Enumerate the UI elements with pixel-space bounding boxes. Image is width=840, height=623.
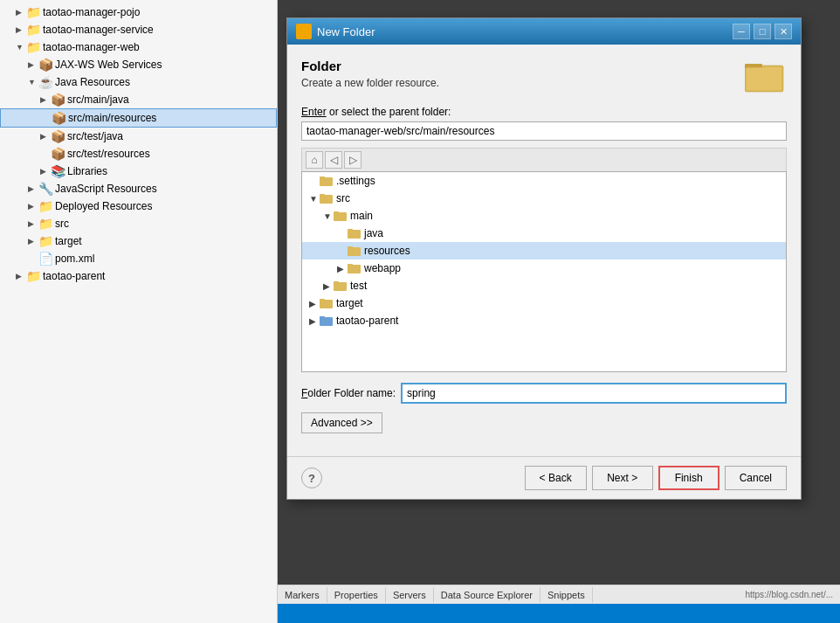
tree-arrow: ▶ (28, 202, 37, 211)
dialog-body: Folder Create a new folder resource. Ent… (287, 45, 801, 447)
left-tree-item[interactable]: ▶📁src (0, 215, 277, 232)
tree-item-label: src/test/resources (67, 148, 150, 160)
dialog-tree-item[interactable]: ▶ webapp (302, 260, 786, 277)
svg-rect-0 (299, 28, 309, 36)
dialog-tree-icon (348, 226, 361, 240)
dialog-tree-icon (320, 314, 334, 328)
back-button[interactable]: < Back (525, 466, 587, 490)
back-toolbar-btn[interactable]: ◁ (325, 151, 342, 169)
tree-item-label: src/main/resources (68, 112, 156, 124)
tree-arrow: ▼ (28, 78, 37, 87)
left-tree-item[interactable]: 📦src/main/resources (0, 108, 277, 128)
left-tree-item[interactable]: ▶📦JAX-WS Web Services (0, 56, 277, 73)
bottom-tab[interactable]: Data Source Explorer (434, 587, 540, 603)
tree-item-icon: 📚 (51, 164, 65, 178)
finish-button[interactable]: Finish (658, 466, 720, 490)
dialog-tree-item[interactable]: java (302, 225, 786, 242)
dialog-tree-icon (348, 261, 361, 275)
tree-arrow: ▶ (16, 25, 24, 34)
forward-toolbar-btn[interactable]: ▷ (344, 151, 361, 169)
folder-name-row: Folder Folder name: (301, 383, 787, 404)
left-tree-item[interactable]: ▶🔧JavaScript Resources (0, 180, 277, 197)
left-tree-item[interactable]: ▶📁Deployed Resources (0, 197, 277, 215)
folder-name-input[interactable] (401, 383, 787, 404)
svg-rect-20 (320, 300, 333, 308)
folder-name-label: Folder Folder name: (301, 387, 396, 399)
left-tree-item[interactable]: ▼📁taotao-manager-web (0, 38, 277, 56)
left-tree-item[interactable]: ▶📚Libraries (0, 163, 277, 180)
dialog-tree-label: webapp (364, 262, 401, 274)
svg-rect-6 (320, 177, 333, 186)
dialog-header-text: Folder Create a new folder resource. (301, 59, 439, 89)
tree-item-label: taotao-manager-web (43, 41, 140, 53)
dialog-tree-arrow: ▶ (323, 281, 334, 291)
url-label: https://blog.csdn.net/... (745, 590, 840, 599)
tree-item-label: src (55, 218, 69, 230)
left-tree-item[interactable]: ▶📁taotao-manager-service (0, 21, 277, 38)
tree-arrow: ▶ (28, 60, 37, 69)
svg-rect-1 (299, 27, 303, 29)
status-bar (278, 604, 840, 623)
svg-rect-19 (334, 281, 339, 283)
dialog-tree-icon (334, 279, 348, 293)
tree-item-icon: 📦 (52, 111, 65, 125)
bottom-tab[interactable]: Servers (386, 587, 434, 603)
tree-arrow: ▶ (40, 167, 49, 176)
maximize-button[interactable]: □ (754, 24, 771, 39)
left-tree-item[interactable]: ▶📦src/test/java (0, 128, 277, 145)
next-button[interactable]: Next > (592, 466, 653, 490)
dialog-tree-arrow: ▼ (309, 194, 320, 204)
dialog-tree-arrow: ▶ (309, 316, 320, 326)
tree-item-label: taotao-manager-pojo (43, 6, 140, 18)
bottom-tab[interactable]: Markers (278, 587, 327, 603)
tree-arrow: ▶ (40, 95, 49, 104)
close-button[interactable]: ✕ (775, 24, 792, 39)
dialog-tree-item[interactable]: .settings (302, 172, 786, 190)
left-tree-item[interactable]: ▶📁target (0, 232, 277, 250)
dialog-tree-icon (348, 244, 361, 258)
bottom-tab[interactable]: Properties (327, 587, 386, 603)
left-tree-item[interactable]: 📄pom.xml (0, 250, 277, 267)
svg-rect-17 (348, 264, 353, 266)
left-tree-item[interactable]: ▶📦src/main/java (0, 91, 277, 108)
cancel-button[interactable]: Cancel (725, 466, 787, 490)
tree-item-icon: 📁 (26, 23, 40, 37)
dialog-tree-label: main (350, 210, 373, 222)
path-label-rest: or select the parent folder: (329, 106, 451, 118)
dialog-main-title: Folder (301, 59, 439, 73)
tree-item-icon: ☕ (38, 75, 52, 89)
svg-rect-11 (334, 211, 339, 213)
folder-large-icon (745, 59, 787, 93)
svg-rect-16 (348, 265, 361, 273)
path-input[interactable] (301, 121, 787, 141)
dialog-tree-item[interactable]: ▶ test (302, 277, 786, 294)
tree-arrow (41, 114, 50, 122)
bottom-tab[interactable]: Snippets (540, 587, 593, 603)
dialog-tree-icon (334, 209, 348, 223)
dialog-tree-item[interactable]: resources (302, 242, 786, 260)
left-tree-item[interactable]: ▶📁taotao-parent (0, 267, 277, 285)
dialog-tree-item[interactable]: ▼ main (302, 207, 786, 225)
help-button[interactable]: ? (301, 467, 322, 488)
dialog-tree-item[interactable]: ▶ taotao-parent (302, 312, 786, 329)
bottom-tabs-bar: MarkersPropertiesServersData Source Expl… (278, 585, 840, 604)
folder-tree[interactable]: .settings▼ src▼ main java resources▶ web… (301, 171, 787, 372)
dialog-tree-arrow: ▼ (323, 211, 334, 221)
tree-item-label: JAX-WS Web Services (55, 59, 162, 71)
left-tree-item[interactable]: ▼☕Java Resources (0, 73, 277, 91)
tree-item-icon: 📁 (26, 40, 40, 54)
home-toolbar-btn[interactable]: ⌂ (306, 151, 323, 169)
minimize-button[interactable]: ─ (733, 24, 750, 39)
tree-toolbar: ⌂ ◁ ▷ (301, 148, 787, 171)
tree-item-label: JavaScript Resources (55, 183, 157, 195)
advanced-button[interactable]: Advanced >> (301, 412, 382, 433)
dialog-tree-item[interactable]: ▼ src (302, 190, 786, 207)
tree-item-label: src/main/java (67, 93, 129, 106)
svg-rect-9 (320, 194, 325, 196)
titlebar-controls: ─ □ ✕ (733, 24, 792, 39)
dialog-tree-item[interactable]: ▶ target (302, 294, 786, 312)
left-tree-item[interactable]: ▶📁taotao-manager-pojo (0, 3, 277, 21)
left-tree-item[interactable]: 📦src/test/resources (0, 145, 277, 163)
tree-item-label: src/test/java (67, 130, 123, 142)
dialog-tree-label: src (336, 192, 350, 204)
